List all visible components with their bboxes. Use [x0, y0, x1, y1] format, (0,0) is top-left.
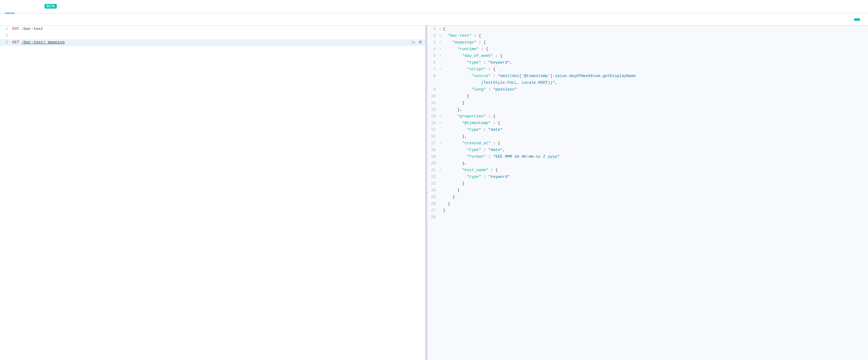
- editor-line-2[interactable]: 2: [0, 32, 425, 39]
- line-number-1: 1: [0, 26, 11, 32]
- output-line-21: 21 ▾ "host_name" : {: [427, 167, 868, 173]
- fold-5[interactable]: ▾: [438, 53, 442, 59]
- line-actions-3: ▷ ⚙: [412, 39, 425, 45]
- output-line-14: 14 ▾ "@timestamp" : {: [427, 120, 868, 127]
- output-line-9: 9 "lang" : "painless": [427, 86, 868, 93]
- output-line-5: 5 ▾ "day_of_week" : {: [427, 53, 868, 59]
- output-line-17: 17 ▾ "created_at" : {: [427, 140, 868, 147]
- output-line-3: 3 ▾ "mappings" : {: [427, 39, 868, 46]
- line-content-1: PUT /bar-test: [11, 26, 425, 32]
- editor-line-3[interactable]: 3 GET /bar-test/_mapping ▷ ⚙: [0, 39, 425, 46]
- output-line-27: 27 }: [427, 207, 868, 214]
- fold-14[interactable]: ▾: [438, 120, 442, 127]
- output-line-8: 8 "source" : "emit(doc['@timestamp'].val…: [427, 73, 868, 80]
- fold-13[interactable]: ▾: [438, 113, 442, 120]
- beta-badge: BETA: [44, 4, 57, 8]
- output-line-8b: (TextStyle.FULL, Locale.ROOT))",: [427, 80, 868, 86]
- output-line-6: 6 "type" : "keyword",: [427, 59, 868, 66]
- main-content: 1 PUT /bar-test 2 3 GET /bar-test/_mappi…: [0, 26, 868, 360]
- output-line-11: 11 }: [427, 100, 868, 106]
- run-button[interactable]: ▷: [412, 39, 416, 45]
- output-line-4: 4 ▾ "runtime" : {: [427, 46, 868, 53]
- output-line-16: 16 },: [427, 133, 868, 140]
- editor-line-1[interactable]: 1 PUT /bar-test: [0, 26, 425, 32]
- output-line-28: 28: [427, 214, 868, 221]
- tab-search-profiler[interactable]: [16, 0, 26, 13]
- output-line-12: 12 },: [427, 106, 868, 113]
- fold-1[interactable]: ▾: [438, 26, 442, 32]
- output-line-13: 13 ▾ "properties" : {: [427, 113, 868, 120]
- output-line-2: 2 ▾ "bar-test" : {: [427, 32, 868, 39]
- line-number-3: 3: [0, 39, 11, 46]
- output-line-23: 23 }: [427, 180, 868, 187]
- fold-17[interactable]: ▾: [438, 140, 442, 147]
- output-line-26: 26 }: [427, 200, 868, 207]
- output-line-19: 19 "format" : "EEE MMM dd HH:mm:ss Z yyy…: [427, 154, 868, 160]
- fold-7[interactable]: ▾: [438, 66, 442, 73]
- output-line-15: 15 "type" : "date": [427, 127, 868, 133]
- fold-3[interactable]: ▾: [438, 39, 442, 46]
- status-badge: [854, 18, 860, 21]
- status-area: [854, 18, 863, 21]
- output-line-20: 20 },: [427, 160, 868, 167]
- fold-2[interactable]: ▾: [438, 32, 442, 39]
- tab-grok-debugger[interactable]: [27, 0, 37, 13]
- output-line-7: 7 ▾ "script" : {: [427, 66, 868, 73]
- toolbar: [0, 13, 868, 26]
- line-content-2: [11, 32, 425, 39]
- copy-button[interactable]: ⚙: [418, 39, 423, 45]
- tab-console[interactable]: [5, 0, 14, 13]
- fold-21[interactable]: ▾: [438, 167, 442, 173]
- output-line-10: 10 }: [427, 93, 868, 100]
- output-line-24: 24 }: [427, 187, 868, 194]
- tab-painless-lab[interactable]: BETA: [38, 0, 62, 13]
- output-line-22: 22 "type" : "keyword": [427, 173, 868, 180]
- editor-content[interactable]: 1 PUT /bar-test 2 3 GET /bar-test/_mappi…: [0, 26, 425, 360]
- output-line-1: 1 ▾ {: [427, 26, 868, 32]
- editor-panel: 1 PUT /bar-test 2 3 GET /bar-test/_mappi…: [0, 26, 426, 360]
- output-panel[interactable]: 1 ▾ { 2 ▾ "bar-test" : { 3 ▾ "mappings" …: [427, 26, 868, 360]
- fold-4[interactable]: ▾: [438, 46, 442, 53]
- line-content-3: GET /bar-test/_mapping: [11, 39, 412, 46]
- line-number-2: 2: [0, 32, 11, 39]
- output-line-25: 25 }: [427, 194, 868, 200]
- top-nav: BETA: [0, 0, 868, 13]
- output-line-18: 18 "type" : "date",: [427, 147, 868, 154]
